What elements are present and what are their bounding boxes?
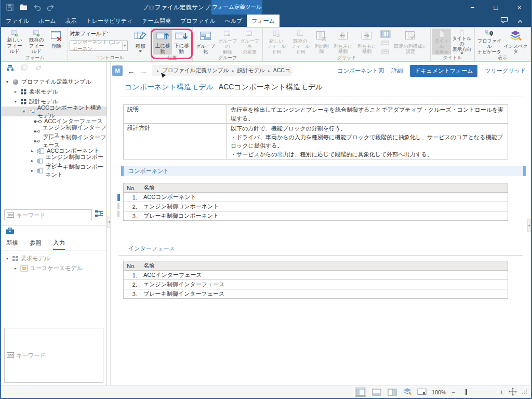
sync-icon[interactable]	[35, 64, 42, 73]
expander-icon[interactable]: ▸	[13, 89, 18, 94]
expander-icon[interactable]: ▾	[13, 99, 18, 104]
cell-name[interactable]: エンジン制御インターフェース	[140, 280, 508, 289]
column-header-no[interactable]: No.	[124, 183, 140, 193]
contextual-tab-header[interactable]: フォーム定義ツール	[211, 0, 262, 15]
feedback-icon[interactable]	[500, 16, 508, 25]
tree-item-acc-structure-model[interactable]: ▾ ACCコンポーネント構造モデル	[1, 107, 107, 116]
zoom-slider[interactable]	[462, 392, 493, 392]
property-label[interactable]: 設計方針	[124, 124, 227, 159]
cell-name[interactable]: ブレーキ制御コンポーネント	[140, 211, 508, 221]
forward-button[interactable]: →	[140, 66, 148, 75]
expander-icon[interactable]: ▾	[5, 79, 10, 84]
layout-left-panel-toggle[interactable]	[355, 388, 366, 397]
expander-icon[interactable]: ▸	[30, 158, 35, 163]
tab-form[interactable]: フォーム	[247, 15, 280, 27]
group-button[interactable]: グループ化	[194, 29, 216, 55]
title-direction-button[interactable]: タイトルの 表示方向	[451, 29, 473, 55]
kind-button[interactable]: 種類	[131, 29, 150, 55]
close-button[interactable]: ×	[508, 0, 531, 15]
row-size-icon[interactable]	[380, 39, 391, 47]
section-header-interface[interactable]: インターフェース	[128, 245, 531, 252]
tab-reference[interactable]: 参照	[30, 239, 42, 250]
existing-field-button[interactable]: 既存の フィールド	[25, 29, 47, 55]
minimize-button[interactable]: −	[461, 0, 484, 15]
tab-traceability[interactable]: トレーサビリティ	[82, 15, 138, 27]
breadcrumb-segment[interactable]: 設計モデル	[237, 67, 265, 74]
tab-input[interactable]: 入力	[53, 239, 65, 250]
collapse-ribbon-icon[interactable]	[517, 16, 523, 25]
rename-group-button[interactable]: グループ名 の変更	[238, 29, 260, 55]
filter-icon[interactable]	[95, 210, 103, 220]
show-title-button[interactable]: タイトル を表示	[432, 29, 451, 55]
row-handle[interactable]	[117, 211, 119, 217]
tree-item-brake-component[interactable]: ▸ ブレーキ制御コンポーネント	[1, 166, 107, 176]
property-label[interactable]: 説明	[124, 105, 227, 124]
tab-team[interactable]: チーム開発	[137, 15, 176, 27]
breadcrumb[interactable]: ▸ プロファイル定義サンプル ▸ 設計モデル ▸ ACCコンポーネント構造モデル…	[152, 65, 291, 76]
delete-field-button[interactable]: 削除	[47, 29, 66, 55]
zoom-slider-thumb[interactable]	[466, 389, 467, 395]
move-down-button[interactable]: 下に移動	[172, 29, 191, 55]
redo-icon[interactable]	[47, 4, 55, 11]
expander-icon[interactable]: ▸	[30, 168, 35, 173]
tab-new[interactable]: 新規	[6, 239, 18, 250]
new-field-column-button[interactable]: 新しい フィールド列	[264, 29, 288, 55]
column-header-name[interactable]: 名前	[140, 261, 508, 271]
tab-view[interactable]: 表示	[61, 15, 82, 27]
expander-icon[interactable]: ▸	[30, 149, 35, 153]
default-columns-button[interactable]: 既定の列構成に 設定	[392, 29, 429, 55]
profile-navigator-button[interactable]: プロファイル ナビゲータ	[476, 29, 503, 55]
tree-item-usecase-model[interactable]: ▸ ユースケースモデル	[1, 263, 107, 273]
inspector-button[interactable]: インスペクタ	[502, 29, 529, 55]
resize-grip[interactable]	[522, 389, 527, 395]
tree-item-brake-interface[interactable]: ブレーキ制御インターフェース	[1, 136, 107, 146]
layout-right-panel-toggle[interactable]	[387, 388, 397, 396]
save-icon[interactable]	[6, 4, 14, 11]
screen-icon[interactable]	[417, 388, 427, 396]
tree-item-requirement-model[interactable]: ▸ 要求モデル	[1, 87, 107, 97]
column-header-name[interactable]: 名前	[140, 183, 508, 193]
column-header-no[interactable]: No.	[124, 261, 140, 271]
open-icon[interactable]	[19, 4, 28, 11]
target-field-combo[interactable]: コンポーネント (コンポーネン	[70, 41, 128, 51]
row-handle[interactable]	[117, 203, 119, 209]
tab-profile[interactable]: プロファイル	[176, 15, 220, 27]
input-search-input[interactable]	[16, 352, 101, 358]
view-tree-grid[interactable]: ツリーグリッド	[485, 67, 526, 75]
cell-name[interactable]: ブレーキ制御インターフェース	[140, 289, 508, 299]
tree-item-project[interactable]: ▾ プロファイル定義サンプル	[1, 77, 107, 87]
back-button[interactable]: ←	[127, 66, 135, 75]
ungroup-button[interactable]: グループの 解除	[217, 29, 239, 55]
existing-field-column-button[interactable]: 既存の フィールド列	[288, 29, 312, 55]
move-column-left-button[interactable]: 列を左に移動	[331, 29, 355, 55]
property-value[interactable]: 先行車を検出してエンジンとブレーキを統合制御することでアダプティブ・クルーズ・コ…	[227, 105, 508, 124]
view-document-form[interactable]: ドキュメントフォーム	[410, 65, 477, 77]
zoom-in-button[interactable]: +	[500, 389, 503, 396]
tree-item-requirement-model-lower[interactable]: ▾ 要求モデル	[1, 254, 107, 263]
view-component-diagram[interactable]: コンポーネント図	[338, 67, 384, 75]
pan-icon[interactable]	[509, 388, 517, 397]
cell-name[interactable]: エンジン制御コンポーネント	[140, 202, 508, 211]
view-detail[interactable]: 詳細	[391, 67, 403, 75]
sidebar-splitter[interactable]: ◂	[107, 62, 111, 385]
tab-help[interactable]: ヘルプ	[220, 15, 247, 27]
move-column-right-button[interactable]: 列を右に移動	[355, 29, 379, 55]
row-handle[interactable]	[117, 194, 120, 201]
move-up-button[interactable]: 上に移動	[153, 29, 172, 55]
column-style-toggle[interactable]	[380, 30, 391, 38]
breadcrumb-segment[interactable]: プロファイル定義サンプル	[162, 67, 229, 74]
expander-icon[interactable]: ▾	[5, 256, 10, 261]
model-tree-icon[interactable]	[6, 64, 14, 73]
undo-icon[interactable]	[33, 4, 41, 11]
delete-column-button[interactable]: 列の削除	[312, 29, 331, 55]
section-header-component[interactable]: コンポーネント	[121, 166, 526, 176]
expander-icon[interactable]: ▸	[13, 266, 18, 271]
collapse-right-panel-handle[interactable]: ◂	[527, 219, 531, 232]
zoom-out-button[interactable]: −	[451, 389, 455, 396]
layout-bottom-panel-toggle[interactable]	[371, 388, 382, 396]
cell-name[interactable]: ACCインターフェース	[140, 271, 508, 280]
expander-icon[interactable]: ▾	[21, 109, 26, 114]
maximize-button[interactable]: □	[484, 0, 508, 15]
tab-home[interactable]: ホーム	[34, 15, 61, 27]
navigator-search-input[interactable]	[16, 212, 89, 218]
